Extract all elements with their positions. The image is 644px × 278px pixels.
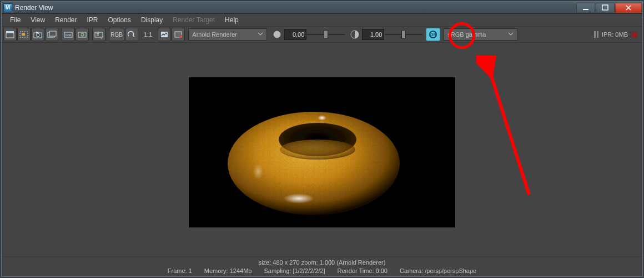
render-canvas[interactable] — [2, 43, 642, 256]
status-line1: size: 480 x 270 zoom: 1.000 (Arnold Rend… — [259, 259, 386, 266]
status-sampling: Sampling: [1/2/2/2/2/2] — [264, 267, 325, 274]
remove-image-button[interactable] — [172, 28, 185, 41]
render-sequence-button[interactable] — [45, 28, 58, 41]
render-region-button[interactable] — [17, 28, 31, 41]
exposure-icon — [270, 28, 284, 41]
redo-previous-render-button[interactable] — [3, 28, 17, 41]
ipr-pause-button[interactable] — [594, 31, 598, 38]
snapshot-button[interactable] — [31, 28, 44, 41]
annotation-arrow — [476, 56, 537, 200]
gamma-slider[interactable] — [385, 29, 422, 40]
svg-point-27 — [253, 164, 263, 180]
svg-rect-15 — [97, 33, 99, 34]
svg-rect-3 — [6, 31, 14, 33]
svg-point-25 — [318, 115, 326, 121]
svg-rect-2 — [6, 33, 14, 38]
refresh-ipr-button[interactable] — [76, 28, 89, 41]
svg-rect-17 — [161, 32, 168, 37]
renderer-value: Arnold Renderer — [192, 31, 237, 38]
svg-point-26 — [283, 193, 314, 203]
menu-file[interactable]: File — [5, 14, 26, 26]
chevron-down-icon — [258, 31, 263, 38]
color-management-toggle[interactable]: ON — [426, 28, 440, 41]
status-memory: Memory: 1244Mb — [204, 267, 252, 274]
menu-display[interactable]: Display — [136, 14, 168, 26]
view-transform-value: sRGB gamma — [447, 31, 486, 38]
window-title: Render View — [15, 4, 53, 12]
svg-line-28 — [487, 64, 529, 195]
status-rendertime: Render Time: 0:00 — [338, 267, 388, 274]
maximize-button[interactable] — [596, 3, 615, 13]
ipr-memory-label: IPR: 0MB — [602, 31, 628, 38]
menu-view[interactable]: View — [26, 14, 50, 26]
gamma-field[interactable]: 1.00 — [362, 29, 384, 40]
menu-ipr[interactable]: IPR — [82, 14, 103, 26]
svg-rect-1 — [602, 5, 608, 10]
svg-rect-0 — [583, 9, 588, 10]
status-camera: Camera: /persp/perspShape — [400, 267, 476, 274]
zoom-ratio-label: 1:1 — [142, 31, 154, 38]
exposure-field[interactable]: 0.00 — [284, 29, 306, 40]
statusbar: size: 480 x 270 zoom: 1.000 (Arnold Rend… — [2, 256, 642, 276]
svg-text:IPR: IPR — [66, 33, 72, 37]
exposure-slider[interactable] — [307, 29, 345, 40]
chevron-down-icon — [508, 31, 514, 38]
keep-image-button[interactable] — [158, 28, 171, 41]
minimize-button[interactable] — [576, 3, 595, 13]
close-button[interactable] — [615, 3, 642, 13]
menubar: File View Render IPR Options Display Ren… — [2, 14, 642, 26]
toolbar: IPR RGB 1:1 Arn — [2, 26, 642, 43]
renderer-dropdown[interactable]: Arnold Renderer — [188, 28, 267, 41]
titlebar: M Render View — [2, 2, 642, 14]
contrast-icon — [348, 28, 361, 41]
render-settings-button[interactable] — [92, 28, 105, 41]
status-frame: Frame: 1 — [168, 267, 192, 274]
svg-rect-8 — [36, 32, 38, 33]
svg-rect-10 — [49, 31, 56, 36]
menu-options[interactable]: Options — [103, 14, 136, 26]
menu-render[interactable]: Render — [50, 14, 82, 26]
alpha-channel-button[interactable] — [125, 28, 138, 41]
rgb-channel-button[interactable]: RGB — [109, 28, 124, 41]
ipr-stop-button[interactable] — [631, 32, 637, 38]
view-transform-dropdown[interactable]: sRGB gamma — [444, 28, 517, 41]
rendered-image — [189, 77, 455, 227]
svg-rect-5 — [22, 33, 25, 36]
svg-rect-16 — [97, 35, 99, 36]
menu-help[interactable]: Help — [220, 14, 244, 26]
maya-app-icon: M — [3, 3, 12, 12]
svg-point-24 — [280, 140, 355, 160]
ipr-render-button[interactable]: IPR — [62, 28, 75, 41]
menu-render-target: Render Target — [168, 14, 220, 26]
